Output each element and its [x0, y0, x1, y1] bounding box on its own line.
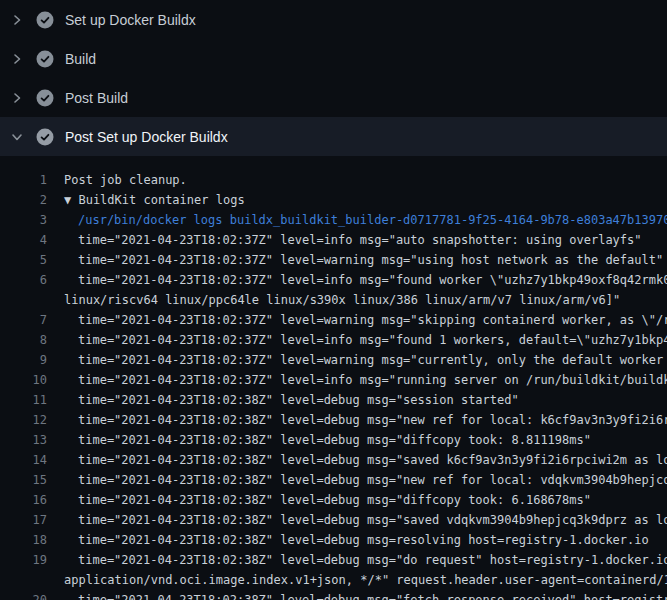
- log-line-number[interactable]: 18: [0, 533, 47, 547]
- log-text: Post job cleanup.: [64, 173, 187, 187]
- log-line: 2▼ BuildKit container logs: [0, 190, 667, 210]
- log-line-number[interactable]: 4: [0, 233, 47, 247]
- log-text: time="2021-04-23T18:02:38Z" level=debug …: [78, 513, 667, 527]
- log-line-number[interactable]: 20: [0, 593, 47, 600]
- log-line-number[interactable]: 2: [0, 193, 47, 207]
- log-line-number[interactable]: 3: [0, 213, 47, 227]
- log-line: 11time="2021-04-23T18:02:38Z" level=debu…: [0, 390, 667, 410]
- chevron-down-icon: [10, 130, 24, 144]
- log-line-number[interactable]: 14: [0, 453, 47, 467]
- log-line-number[interactable]: 6: [0, 273, 47, 287]
- log-panel[interactable]: 1Post job cleanup.2▼ BuildKit container …: [0, 156, 667, 600]
- log-text: time="2021-04-23T18:02:38Z" level=debug …: [78, 453, 667, 467]
- log-line: application/vnd.oci.image.index.v1+json,…: [0, 570, 667, 590]
- log-line: 20time="2021-04-23T18:02:38Z" level=debu…: [0, 590, 667, 600]
- log-line: 18time="2021-04-23T18:02:38Z" level=debu…: [0, 530, 667, 550]
- log-line: 12time="2021-04-23T18:02:38Z" level=debu…: [0, 410, 667, 430]
- log-line: 15time="2021-04-23T18:02:38Z" level=debu…: [0, 470, 667, 490]
- log-text: linux/riscv64 linux/ppc64le linux/s390x …: [64, 293, 620, 307]
- log-line-number[interactable]: 5: [0, 253, 47, 267]
- log-line-number[interactable]: 16: [0, 493, 47, 507]
- check-circle-icon: [36, 89, 54, 107]
- log-text: time="2021-04-23T18:02:37Z" level=warnin…: [78, 313, 667, 327]
- step-name: Set up Docker Buildx: [65, 12, 196, 28]
- log-text: time="2021-04-23T18:02:37Z" level=warnin…: [78, 353, 667, 367]
- log-line-number[interactable]: 19: [0, 553, 47, 567]
- log-line-number[interactable]: 12: [0, 413, 47, 427]
- step-row-post-set-up-docker-buildx[interactable]: Post Set up Docker Buildx: [0, 117, 667, 156]
- log-line: linux/riscv64 linux/ppc64le linux/s390x …: [0, 290, 667, 310]
- log-line: 16time="2021-04-23T18:02:38Z" level=debu…: [0, 490, 667, 510]
- log-line-number[interactable]: 10: [0, 373, 47, 387]
- log-line-number[interactable]: 17: [0, 513, 47, 527]
- log-line: 8time="2021-04-23T18:02:37Z" level=info …: [0, 330, 667, 350]
- log-line: 4time="2021-04-23T18:02:37Z" level=info …: [0, 230, 667, 250]
- step-row-post-build[interactable]: Post Build: [0, 78, 667, 117]
- log-text: time="2021-04-23T18:02:37Z" level=info m…: [78, 233, 642, 247]
- log-text: time="2021-04-23T18:02:37Z" level=info m…: [78, 273, 667, 287]
- log-text: time="2021-04-23T18:02:38Z" level=debug …: [78, 473, 667, 487]
- check-circle-icon: [36, 50, 54, 68]
- log-line: 6time="2021-04-23T18:02:37Z" level=info …: [0, 270, 667, 290]
- step-name: Post Set up Docker Buildx: [65, 129, 228, 145]
- log-text: time="2021-04-23T18:02:37Z" level=warnin…: [78, 253, 663, 267]
- log-line-number[interactable]: 8: [0, 333, 47, 347]
- log-text: time="2021-04-23T18:02:37Z" level=info m…: [78, 373, 667, 387]
- log-command-text: /usr/bin/docker logs buildx_buildkit_bui…: [78, 213, 667, 227]
- log-text: time="2021-04-23T18:02:38Z" level=debug …: [78, 533, 649, 547]
- log-line-number[interactable]: 9: [0, 353, 47, 367]
- step-name: Post Build: [65, 90, 128, 106]
- step-row-set-up-docker-buildx[interactable]: Set up Docker Buildx: [0, 0, 667, 39]
- log-text: time="2021-04-23T18:02:37Z" level=info m…: [78, 333, 667, 347]
- check-circle-icon: [36, 128, 54, 146]
- chevron-right-icon: [10, 52, 24, 66]
- log-text: time="2021-04-23T18:02:38Z" level=debug …: [78, 413, 667, 427]
- log-group-toggle[interactable]: ▼ BuildKit container logs: [64, 193, 245, 207]
- log-text: time="2021-04-23T18:02:38Z" level=debug …: [78, 393, 519, 407]
- steps-list: Set up Docker Buildx Build Post Build Po…: [0, 0, 667, 156]
- log-line: 14time="2021-04-23T18:02:38Z" level=debu…: [0, 450, 667, 470]
- chevron-right-icon: [10, 13, 24, 27]
- log-line: 10time="2021-04-23T18:02:37Z" level=info…: [0, 370, 667, 390]
- log-line-number[interactable]: 15: [0, 473, 47, 487]
- log-line: 13time="2021-04-23T18:02:38Z" level=debu…: [0, 430, 667, 450]
- log-line-number[interactable]: 1: [0, 173, 47, 187]
- log-line-number[interactable]: 13: [0, 433, 47, 447]
- chevron-right-icon: [10, 91, 24, 105]
- log-line: 3/usr/bin/docker logs buildx_buildkit_bu…: [0, 210, 667, 230]
- log-text: time="2021-04-23T18:02:38Z" level=debug …: [78, 593, 667, 600]
- log-line: 19time="2021-04-23T18:02:38Z" level=debu…: [0, 550, 667, 570]
- log-line: 5time="2021-04-23T18:02:37Z" level=warni…: [0, 250, 667, 270]
- log-line: 17time="2021-04-23T18:02:38Z" level=debu…: [0, 510, 667, 530]
- log-line: 1Post job cleanup.: [0, 170, 667, 190]
- log-text: application/vnd.oci.image.index.v1+json,…: [64, 573, 667, 587]
- log-line: 9time="2021-04-23T18:02:37Z" level=warni…: [0, 350, 667, 370]
- log-text: time="2021-04-23T18:02:38Z" level=debug …: [78, 433, 591, 447]
- step-name: Build: [65, 51, 96, 67]
- log-line: 7time="2021-04-23T18:02:37Z" level=warni…: [0, 310, 667, 330]
- step-row-build[interactable]: Build: [0, 39, 667, 78]
- check-circle-icon: [36, 11, 54, 29]
- log-text: time="2021-04-23T18:02:38Z" level=debug …: [78, 493, 591, 507]
- log-line-number[interactable]: 7: [0, 313, 47, 327]
- log-text: time="2021-04-23T18:02:38Z" level=debug …: [78, 553, 667, 567]
- log-line-number[interactable]: 11: [0, 393, 47, 407]
